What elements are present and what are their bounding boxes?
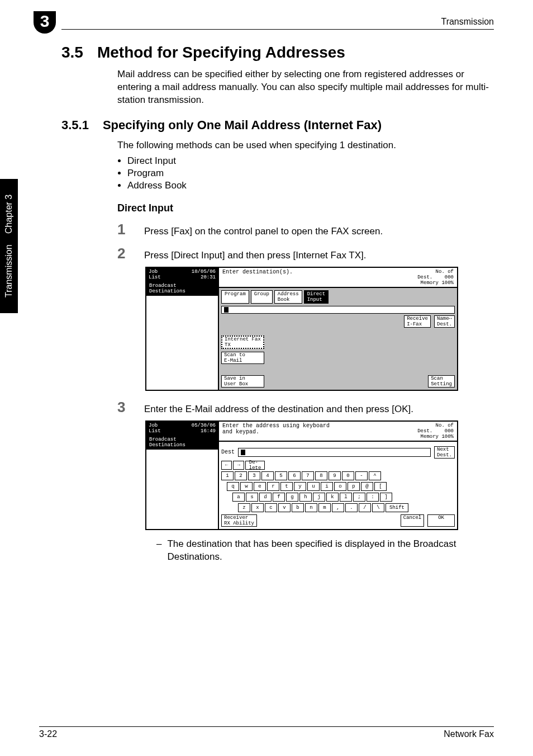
key[interactable]: 2 bbox=[235, 471, 247, 480]
key[interactable]: m bbox=[318, 503, 331, 512]
key[interactable]: j bbox=[313, 493, 325, 502]
key[interactable]: b bbox=[292, 503, 304, 512]
key[interactable]: c bbox=[265, 503, 277, 512]
ok-button[interactable]: OK bbox=[427, 514, 455, 527]
key[interactable]: 5 bbox=[275, 471, 287, 480]
chapter-badge: 3 bbox=[34, 11, 56, 34]
tab-program[interactable]: Program bbox=[221, 290, 249, 304]
job-list-header: Job List 05/30/06 16:49 bbox=[146, 422, 218, 435]
dest-input[interactable] bbox=[238, 448, 431, 457]
running-header: Transmission bbox=[61, 17, 494, 29]
subsection-title: Specifying only One Mail Address (Intern… bbox=[103, 118, 382, 133]
section-title: Method for Specifying Addresses bbox=[97, 44, 345, 62]
section-intro: Mail address can be specified either by … bbox=[117, 68, 494, 107]
key[interactable]: t bbox=[280, 482, 293, 491]
key[interactable]: s bbox=[246, 493, 258, 502]
key[interactable]: 0 bbox=[342, 471, 354, 480]
key[interactable]: g bbox=[286, 493, 298, 502]
key[interactable]: [ bbox=[374, 482, 387, 491]
key[interactable]: ; bbox=[353, 493, 365, 502]
key[interactable]: p bbox=[348, 482, 360, 491]
cancel-button[interactable]: Cancel bbox=[401, 514, 424, 527]
key[interactable]: v bbox=[278, 503, 291, 512]
status-info: No. of Dest. 000 Memory 100% bbox=[417, 269, 454, 286]
delete-key[interactable]: De- lete bbox=[245, 461, 265, 470]
scan-to-email-button[interactable]: Scan to E-Mail bbox=[221, 352, 264, 364]
save-user-box-button[interactable]: Save in User Box bbox=[221, 375, 264, 388]
key[interactable]: ^ bbox=[369, 471, 381, 480]
header-rule bbox=[61, 29, 494, 30]
key[interactable]: q bbox=[227, 482, 239, 491]
key[interactable]: n bbox=[305, 503, 317, 512]
side-tab: Transmission Chapter 3 bbox=[0, 179, 18, 313]
key[interactable]: l bbox=[340, 493, 352, 502]
internet-fax-tx-button[interactable]: Internet Fax TX bbox=[221, 336, 264, 349]
datetime: 05/30/06 16:49 bbox=[192, 423, 216, 434]
list-item: Program bbox=[127, 168, 494, 179]
key[interactable]: w bbox=[240, 482, 253, 491]
key[interactable]: 6 bbox=[288, 471, 301, 480]
broadcast-label: Broadcast Destinations bbox=[146, 435, 218, 450]
subsection-number: 3.5.1 bbox=[61, 118, 89, 133]
page-number: 3-22 bbox=[39, 729, 57, 739]
key[interactable]: f bbox=[273, 493, 285, 502]
dash-icon: – bbox=[156, 538, 161, 564]
key[interactable]: h bbox=[299, 493, 312, 502]
key[interactable]: z bbox=[238, 503, 250, 512]
datetime: 10/05/06 20:31 bbox=[192, 269, 216, 280]
key[interactable]: u bbox=[307, 482, 320, 491]
tab-address-book[interactable]: Address Book bbox=[274, 290, 302, 304]
input-field[interactable] bbox=[221, 306, 455, 314]
shift-key[interactable]: Shift bbox=[386, 503, 408, 512]
arrow-left-key[interactable]: ← bbox=[221, 461, 232, 470]
key[interactable]: 7 bbox=[302, 471, 314, 480]
method-list: Direct Input Program Address Book bbox=[117, 155, 494, 191]
receiver-ability-button[interactable]: Receiver RX Ability bbox=[221, 514, 257, 527]
tab-direct-input[interactable]: Direct Input bbox=[304, 290, 329, 304]
key[interactable]: 1 bbox=[221, 471, 234, 480]
key[interactable]: y bbox=[294, 482, 306, 491]
key[interactable]: e bbox=[254, 482, 266, 491]
job-list-label[interactable]: Job List bbox=[149, 423, 161, 434]
key[interactable]: : bbox=[367, 493, 379, 502]
key[interactable]: , bbox=[332, 503, 344, 512]
receive-ifax-button[interactable]: Receive I-Fax bbox=[404, 315, 431, 328]
key[interactable]: 4 bbox=[261, 471, 274, 480]
fax-screen: Job List 10/05/06 20:31 Broadcast Destin… bbox=[145, 267, 458, 391]
step-number: 1 bbox=[117, 221, 129, 238]
subsection-lead: The following methods can be used when s… bbox=[117, 139, 494, 152]
tab-group[interactable]: Group bbox=[251, 290, 273, 304]
key[interactable]: \ bbox=[372, 503, 384, 512]
direct-input-heading: Direct Input bbox=[117, 202, 494, 214]
key[interactable]: - bbox=[355, 471, 368, 480]
key[interactable]: a bbox=[232, 493, 245, 502]
step-text: Press [Fax] on the control panel to open… bbox=[144, 225, 383, 238]
key[interactable]: r bbox=[267, 482, 279, 491]
side-tab-text-b: Chapter 3 bbox=[4, 195, 14, 234]
key[interactable]: 3 bbox=[248, 471, 260, 480]
key[interactable]: 8 bbox=[315, 471, 327, 480]
key[interactable]: i bbox=[321, 482, 333, 491]
key[interactable]: k bbox=[326, 493, 339, 502]
note-text: The destination that has been specified … bbox=[167, 538, 492, 564]
key[interactable]: x bbox=[251, 503, 264, 512]
name-dest-button[interactable]: Name↔ Dest. bbox=[434, 315, 455, 328]
next-dest-button[interactable]: Next Dest. bbox=[434, 446, 455, 459]
arrow-right-key[interactable]: → bbox=[233, 461, 244, 470]
key[interactable]: ] bbox=[380, 493, 392, 502]
scan-setting-button[interactable]: Scan Setting bbox=[428, 375, 455, 388]
key[interactable]: o bbox=[334, 482, 346, 491]
key[interactable]: 9 bbox=[329, 471, 341, 480]
side-tab-text-a: Transmission bbox=[4, 245, 14, 298]
job-list-label[interactable]: Job List bbox=[149, 269, 161, 280]
section-number: 3.5 bbox=[61, 44, 83, 62]
key[interactable]: @ bbox=[361, 482, 373, 491]
key[interactable]: d bbox=[259, 493, 272, 502]
key[interactable]: . bbox=[345, 503, 358, 512]
key[interactable]: / bbox=[359, 503, 371, 512]
list-item: Address Book bbox=[127, 180, 494, 191]
keyboard-screen: Job List 05/30/06 16:49 Broadcast Destin… bbox=[145, 420, 458, 530]
cursor-icon bbox=[241, 450, 245, 455]
step-text: Enter the E-Mail address of the destinat… bbox=[144, 403, 413, 416]
status-info: No. of Dest. 000 Memory 100% bbox=[417, 423, 454, 440]
